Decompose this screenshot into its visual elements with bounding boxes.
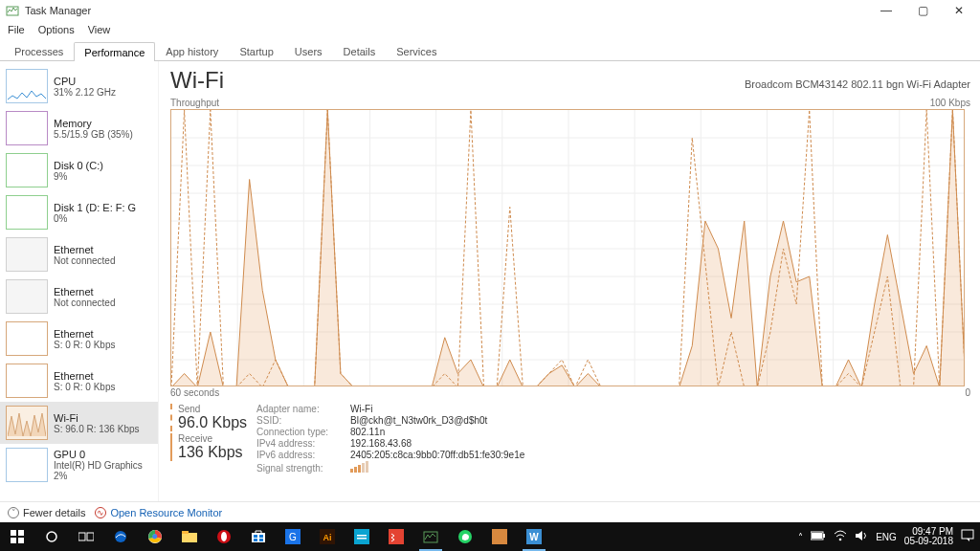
tb-explorer-icon[interactable]	[172, 522, 207, 551]
sidebar-item-label: Wi-Fi	[54, 412, 140, 424]
svg-rect-23	[11, 538, 16, 543]
sidebar-item-eth-off-5[interactable]: EthernetNot connected	[0, 276, 158, 318]
sidebar-item-disk-2[interactable]: Disk 0 (C:)9%	[0, 149, 158, 191]
svg-rect-58	[962, 530, 973, 539]
tabstrip: Processes Performance App history Startu…	[0, 38, 980, 61]
sidebar-item-detail: 5.5/15.9 GB (35%)	[54, 129, 133, 140]
sidebar-item-wifi-8[interactable]: Wi-FiS: 96.0 R: 136 Kbps	[0, 402, 158, 444]
chart-bottom-right: 0	[965, 387, 970, 398]
svg-rect-36	[254, 535, 257, 538]
open-resource-monitor-link[interactable]: ∿ Open Resource Monitor	[95, 507, 222, 518]
sidebar[interactable]: CPU31% 2.12 GHzMemory5.5/15.9 GB (35%)Di…	[0, 61, 159, 501]
sidebar-item-disk-3[interactable]: Disk 1 (D: E: F: G0%	[0, 191, 158, 233]
tb-opera-icon[interactable]	[207, 522, 241, 551]
tb-whatsapp-icon[interactable]	[448, 522, 482, 551]
chart-bottom-left: 60 seconds	[170, 387, 219, 398]
thumb-icon	[6, 153, 48, 187]
fewer-details-button[interactable]: ˅ Fewer details	[8, 507, 85, 518]
tab-app-history[interactable]: App history	[155, 41, 229, 60]
tray-lang[interactable]: ENG	[876, 532, 897, 542]
sidebar-item-detail: S: 0 R: 0 Kbps	[54, 340, 115, 350]
tb-edge-icon[interactable]	[103, 522, 138, 551]
sidebar-item-detail: Not connected	[54, 298, 116, 308]
minimize-button[interactable]: —	[871, 2, 902, 19]
start-button[interactable]	[0, 522, 34, 551]
tb-cortana-icon[interactable]	[34, 522, 69, 551]
fewer-details-label: Fewer details	[23, 507, 85, 518]
sidebar-item-detail: 31% 2.12 GHz	[54, 87, 116, 98]
titlebar: Task Manager — ▢ ✕	[0, 0, 980, 21]
main-pane: Wi-Fi Broadcom BCM43142 802.11 bgn Wi-Fi…	[159, 61, 980, 501]
tray-chevron-icon[interactable]: ˄	[798, 532, 803, 542]
tab-processes[interactable]: Processes	[4, 41, 74, 60]
tab-startup[interactable]: Startup	[229, 41, 283, 60]
sidebar-item-detail: Intel(R) HD Graphics	[54, 460, 143, 471]
svg-text:Ai: Ai	[323, 533, 332, 542]
sidebar-item-eth-off-4[interactable]: EthernetNot connected	[0, 233, 158, 276]
detail-value: 802.11n	[350, 427, 524, 437]
menu-view[interactable]: View	[88, 24, 111, 35]
tab-services[interactable]: Services	[386, 41, 447, 60]
sidebar-item-label: Memory	[54, 118, 133, 129]
svg-rect-22	[18, 530, 24, 536]
svg-text:G: G	[289, 532, 297, 542]
tb-taskmanager-icon[interactable]	[413, 522, 448, 551]
thumb-icon	[6, 364, 48, 398]
thumb-icon	[6, 321, 48, 356]
sidebar-item-label: CPU	[54, 76, 116, 87]
adapter-name: Broadcom BCM43142 802.11 bgn Wi-Fi Adapt…	[745, 78, 970, 90]
tray-volume-icon[interactable]	[855, 530, 868, 543]
detail-key: Signal strength:	[256, 463, 345, 474]
tray-clock[interactable]: 09:47 PM 05-09-2018	[904, 527, 953, 547]
sidebar-item-gpu-9[interactable]: GPU 0Intel(R) HD Graphics2%	[0, 444, 158, 486]
sidebar-item-eth-6[interactable]: EthernetS: 0 R: 0 Kbps	[0, 318, 158, 360]
tb-app-2-icon[interactable]	[345, 522, 379, 551]
thumb-icon	[6, 406, 48, 440]
svg-rect-24	[18, 538, 24, 543]
thumb-icon	[6, 237, 48, 272]
tb-chrome-icon[interactable]	[138, 522, 172, 551]
tray-notifications-icon[interactable]	[961, 529, 974, 544]
sidebar-item-extra: 2%	[54, 471, 143, 481]
detail-value	[350, 461, 524, 474]
svg-rect-26	[78, 533, 85, 540]
menu-options[interactable]: Options	[38, 24, 75, 35]
svg-rect-21	[11, 530, 16, 536]
tb-app-icon[interactable]: G	[276, 522, 310, 551]
tab-performance[interactable]: Performance	[74, 42, 155, 61]
sidebar-item-label: Ethernet	[54, 370, 115, 382]
tb-store-icon[interactable]	[241, 522, 276, 551]
tb-taskview-icon[interactable]	[69, 522, 103, 551]
svg-marker-57	[856, 531, 862, 540]
resource-monitor-icon: ∿	[95, 507, 106, 518]
page-title: Wi-Fi	[170, 67, 224, 94]
sidebar-item-cpu-0[interactable]: CPU31% 2.12 GHz	[0, 65, 158, 107]
sidebar-item-eth-7[interactable]: EthernetS: 0 R: 0 Kbps	[0, 360, 158, 402]
svg-rect-46	[357, 538, 367, 540]
detail-key: Adapter name:	[256, 404, 345, 414]
tab-users[interactable]: Users	[284, 41, 333, 60]
menu-file[interactable]: File	[8, 24, 25, 35]
svg-rect-54	[823, 534, 825, 538]
tray-wifi-icon[interactable]	[834, 530, 847, 543]
detail-value: 192.168.43.68	[350, 438, 524, 449]
sidebar-item-label: Disk 1 (D: E: F: G	[54, 202, 136, 213]
tb-app-3-icon[interactable]	[482, 522, 517, 551]
svg-rect-39	[259, 539, 263, 541]
detail-key: IPv4 address:	[256, 438, 345, 449]
sidebar-item-mem-1[interactable]: Memory5.5/15.9 GB (35%)	[0, 107, 158, 149]
maximize-button[interactable]: ▢	[907, 2, 938, 19]
svg-rect-37	[259, 535, 263, 538]
send-value: 96.0 Kbps	[178, 414, 247, 431]
app-icon	[6, 4, 19, 17]
tab-details[interactable]: Details	[333, 41, 387, 60]
tb-todoist-icon[interactable]	[379, 522, 413, 551]
svg-rect-47	[389, 529, 404, 544]
tb-wps-icon[interactable]: W	[517, 522, 551, 551]
thumb-icon	[6, 111, 48, 145]
svg-rect-31	[182, 533, 197, 542]
tb-illustrator-icon[interactable]: Ai	[310, 522, 345, 551]
tray-battery-icon[interactable]	[811, 531, 826, 542]
sidebar-item-label: GPU 0	[54, 449, 143, 460]
close-button[interactable]: ✕	[944, 2, 974, 19]
